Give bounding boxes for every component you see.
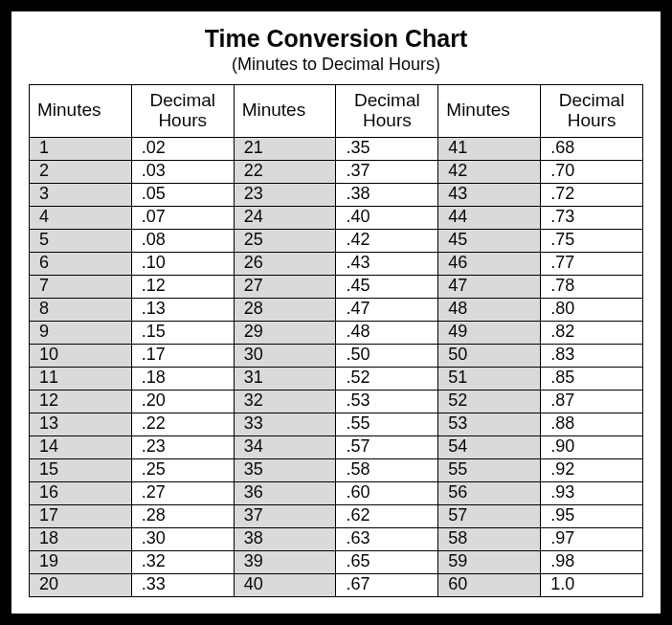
- chart-page: Time Conversion Chart (Minutes to Decima…: [11, 11, 661, 614]
- cell-decimal: .12: [131, 275, 234, 298]
- cell-decimal: .20: [131, 390, 234, 413]
- cell-decimal: .15: [131, 321, 234, 344]
- cell-decimal: 1.0: [541, 573, 643, 596]
- table-row: 8.1328.4748.80: [30, 298, 643, 321]
- cell-decimal: .10: [131, 252, 234, 275]
- cell-minutes: 58: [438, 527, 541, 550]
- table-row: 3.0523.3843.72: [30, 183, 643, 206]
- cell-minutes: 31: [234, 367, 336, 390]
- cell-minutes: 9: [30, 321, 132, 344]
- cell-minutes: 54: [438, 435, 541, 458]
- table-row: 9.1529.4849.82: [30, 321, 643, 344]
- cell-minutes: 19: [30, 550, 132, 573]
- chart-title: Time Conversion Chart: [29, 25, 643, 53]
- cell-decimal: .97: [541, 527, 643, 550]
- col-header-decimal-1: Decimal Hours: [131, 85, 234, 138]
- cell-minutes: 20: [30, 573, 132, 596]
- cell-decimal: .90: [541, 435, 643, 458]
- table-row: 11.1831.5251.85: [30, 367, 643, 390]
- col-header-decimal-2: Decimal Hours: [336, 85, 438, 138]
- conversion-table: Minutes Decimal Hours Minutes Decimal Ho…: [29, 84, 643, 597]
- cell-minutes: 33: [234, 413, 336, 435]
- cell-minutes: 50: [438, 344, 541, 367]
- cell-minutes: 17: [30, 504, 132, 527]
- cell-decimal: .77: [541, 252, 643, 275]
- table-row: 12.2032.5352.87: [30, 390, 643, 413]
- table-header-row: Minutes Decimal Hours Minutes Decimal Ho…: [30, 85, 643, 138]
- cell-minutes: 3: [30, 183, 132, 206]
- cell-decimal: .32: [131, 550, 234, 573]
- cell-minutes: 10: [30, 344, 132, 367]
- table-row: 15.2535.5855.92: [30, 458, 643, 481]
- cell-decimal: .23: [131, 435, 234, 458]
- cell-minutes: 46: [438, 252, 541, 275]
- cell-decimal: .98: [541, 550, 643, 573]
- chart-frame: Time Conversion Chart (Minutes to Decima…: [0, 0, 672, 625]
- cell-minutes: 55: [438, 458, 541, 481]
- cell-decimal: .05: [131, 183, 234, 206]
- cell-decimal: .75: [541, 229, 643, 252]
- table-row: 17.2837.6257.95: [30, 504, 643, 527]
- cell-decimal: .30: [131, 527, 234, 550]
- cell-decimal: .78: [541, 275, 643, 298]
- cell-minutes: 15: [30, 458, 132, 481]
- cell-minutes: 35: [234, 458, 336, 481]
- cell-decimal: .73: [541, 206, 643, 229]
- cell-minutes: 37: [234, 504, 336, 527]
- cell-decimal: .03: [131, 160, 234, 183]
- cell-minutes: 47: [438, 275, 541, 298]
- cell-minutes: 56: [438, 481, 541, 504]
- cell-minutes: 7: [30, 275, 132, 298]
- cell-decimal: .43: [336, 252, 438, 275]
- cell-minutes: 49: [438, 321, 541, 344]
- cell-minutes: 8: [30, 298, 132, 321]
- table-row: 13.2233.5553.88: [30, 413, 643, 435]
- cell-decimal: .60: [336, 481, 438, 504]
- col-header-minutes-3: Minutes: [438, 85, 541, 138]
- col-header-minutes-2: Minutes: [234, 85, 336, 138]
- cell-minutes: 36: [234, 481, 336, 504]
- cell-minutes: 22: [234, 160, 336, 183]
- cell-decimal: .83: [541, 344, 643, 367]
- table-row: 2.0322.3742.70: [30, 160, 643, 183]
- cell-decimal: .70: [541, 160, 643, 183]
- cell-minutes: 41: [438, 137, 541, 160]
- table-body: 1.0221.3541.682.0322.3742.703.0523.3843.…: [30, 137, 643, 596]
- cell-decimal: .40: [336, 206, 438, 229]
- cell-minutes: 4: [30, 206, 132, 229]
- cell-minutes: 12: [30, 390, 132, 413]
- cell-minutes: 2: [30, 160, 132, 183]
- table-row: 18.3038.6358.97: [30, 527, 643, 550]
- cell-decimal: .55: [336, 413, 438, 435]
- cell-minutes: 18: [30, 527, 132, 550]
- cell-minutes: 40: [234, 573, 336, 596]
- cell-minutes: 60: [438, 573, 541, 596]
- cell-decimal: .82: [541, 321, 643, 344]
- cell-decimal: .62: [336, 504, 438, 527]
- cell-decimal: .37: [336, 160, 438, 183]
- cell-minutes: 6: [30, 252, 132, 275]
- cell-minutes: 14: [30, 435, 132, 458]
- cell-minutes: 32: [234, 390, 336, 413]
- cell-minutes: 5: [30, 229, 132, 252]
- table-row: 19.3239.6559.98: [30, 550, 643, 573]
- cell-minutes: 59: [438, 550, 541, 573]
- table-row: 10.1730.5050.83: [30, 344, 643, 367]
- table-row: 1.0221.3541.68: [30, 137, 643, 160]
- cell-minutes: 29: [234, 321, 336, 344]
- cell-minutes: 51: [438, 367, 541, 390]
- col-header-decimal-3: Decimal Hours: [541, 85, 643, 138]
- cell-decimal: .52: [336, 367, 438, 390]
- cell-minutes: 30: [234, 344, 336, 367]
- cell-minutes: 53: [438, 413, 541, 435]
- cell-decimal: .50: [336, 344, 438, 367]
- cell-minutes: 27: [234, 275, 336, 298]
- table-row: 14.2334.5754.90: [30, 435, 643, 458]
- cell-decimal: .65: [336, 550, 438, 573]
- cell-decimal: .27: [131, 481, 234, 504]
- table-row: 16.2736.6056.93: [30, 481, 643, 504]
- cell-minutes: 13: [30, 413, 132, 435]
- cell-decimal: .68: [541, 137, 643, 160]
- cell-decimal: .07: [131, 206, 234, 229]
- cell-decimal: .93: [541, 481, 643, 504]
